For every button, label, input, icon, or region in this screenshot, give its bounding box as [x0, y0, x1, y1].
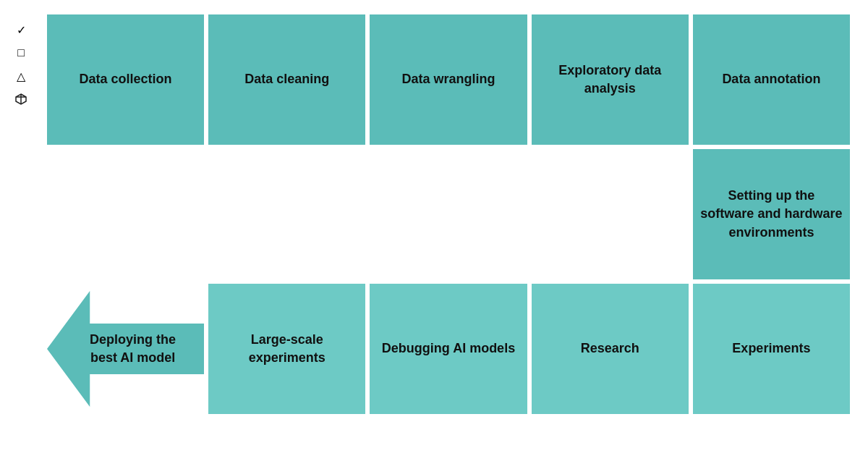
check-icon: ✓ — [13, 22, 29, 38]
cell-empty-2 — [208, 149, 365, 279]
cell-experiments: Experiments — [693, 284, 850, 414]
cell-setting-up: Setting up the software and hardware env… — [693, 149, 850, 279]
cell-debugging-ai-models: Debugging AI models — [370, 284, 527, 414]
box-icon — [13, 91, 29, 107]
cell-empty-3 — [370, 149, 527, 279]
sidebar: ✓ □ △ — [13, 22, 29, 107]
grid-area: Data collection Data cleaning Data wrang… — [47, 14, 850, 414]
main-content: Data collection Data cleaning Data wrang… — [47, 14, 850, 442]
cell-deploying-arrow: Deploying the best AI model — [47, 284, 204, 414]
cell-exploratory-data-analysis: Exploratory data analysis — [532, 14, 689, 145]
cell-data-annotation: Data annotation — [693, 14, 850, 145]
cell-data-collection: Data collection — [47, 14, 204, 145]
cell-data-wrangling: Data wrangling — [370, 14, 527, 145]
square-icon: □ — [13, 45, 29, 61]
cell-empty-4 — [532, 149, 689, 279]
cell-large-scale-experiments: Large-scale experiments — [208, 284, 365, 414]
deploying-text: Deploying the best AI model — [47, 324, 204, 374]
cell-research: Research — [532, 284, 689, 414]
triangle-icon: △ — [13, 68, 29, 84]
cell-data-cleaning: Data cleaning — [208, 14, 365, 145]
cell-empty-1 — [47, 149, 204, 279]
